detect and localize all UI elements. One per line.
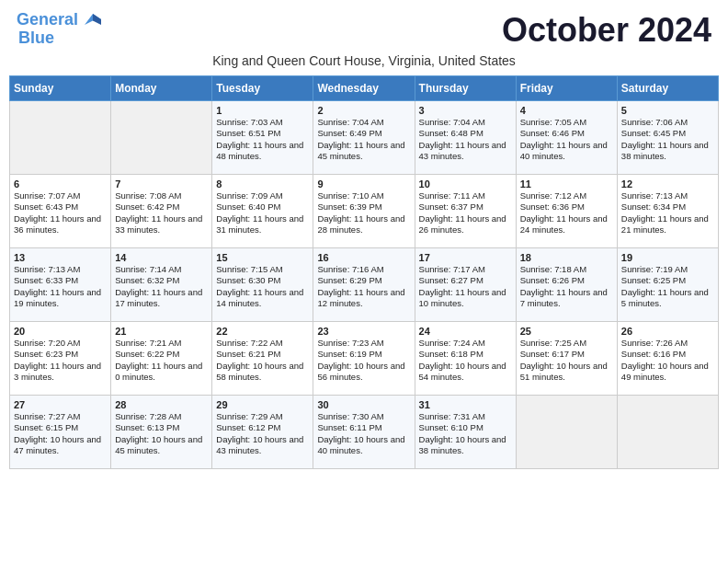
- calendar-cell: 22Sunrise: 7:22 AMSunset: 6:21 PMDayligh…: [212, 322, 313, 396]
- calendar-cell: 25Sunrise: 7:25 AMSunset: 6:17 PMDayligh…: [516, 322, 617, 396]
- day-number: 6: [14, 178, 107, 190]
- calendar-wrapper: SundayMondayTuesdayWednesdayThursdayFrid…: [0, 75, 728, 478]
- cell-text: Sunset: 6:18 PM: [419, 349, 512, 360]
- subtitle: King and Queen Court House, Virginia, Un…: [0, 53, 728, 75]
- day-number: 27: [14, 399, 107, 410]
- day-header-sunday: Sunday: [10, 76, 111, 101]
- cell-text: Sunrise: 7:25 AM: [520, 338, 613, 349]
- day-number: 17: [419, 252, 512, 263]
- page-header: General Blue October 2024: [0, 0, 728, 53]
- cell-text: Sunrise: 7:11 AM: [419, 190, 512, 201]
- day-number: 22: [216, 326, 309, 337]
- cell-text: Sunset: 6:39 PM: [317, 201, 410, 213]
- cell-text: Daylight: 11 hours and 31 minutes.: [216, 213, 309, 236]
- cell-text: Sunrise: 7:04 AM: [419, 117, 512, 128]
- week-row-3: 20Sunrise: 7:20 AMSunset: 6:23 PMDayligh…: [10, 322, 719, 396]
- calendar-cell: 26Sunrise: 7:26 AMSunset: 6:16 PMDayligh…: [617, 322, 718, 396]
- cell-text: Sunset: 6:36 PM: [520, 201, 613, 213]
- cell-text: Sunrise: 7:10 AM: [317, 190, 410, 201]
- cell-text: Daylight: 11 hours and 38 minutes.: [621, 140, 714, 163]
- day-number: 31: [419, 399, 512, 410]
- calendar-cell: 17Sunrise: 7:17 AMSunset: 6:27 PMDayligh…: [415, 248, 516, 322]
- cell-text: Sunset: 6:17 PM: [520, 349, 613, 360]
- calendar-cell: 14Sunrise: 7:14 AMSunset: 6:32 PMDayligh…: [111, 248, 212, 322]
- calendar-cell: [516, 396, 617, 469]
- cell-text: Sunrise: 7:15 AM: [216, 264, 309, 275]
- calendar-cell: 27Sunrise: 7:27 AMSunset: 6:15 PMDayligh…: [10, 396, 111, 469]
- calendar-cell: 19Sunrise: 7:19 AMSunset: 6:25 PMDayligh…: [617, 248, 718, 322]
- cell-text: Daylight: 10 hours and 51 minutes.: [520, 361, 613, 384]
- cell-text: Sunrise: 7:19 AM: [621, 264, 714, 275]
- calendar-cell: 5Sunrise: 7:06 AMSunset: 6:45 PMDaylight…: [617, 101, 718, 175]
- cell-text: Daylight: 11 hours and 3 minutes.: [14, 361, 107, 384]
- svg-marker-1: [93, 14, 101, 25]
- calendar-cell: 9Sunrise: 7:10 AMSunset: 6:39 PMDaylight…: [313, 175, 415, 248]
- calendar-cell: 20Sunrise: 7:20 AMSunset: 6:23 PMDayligh…: [10, 322, 111, 396]
- cell-text: Daylight: 11 hours and 43 minutes.: [419, 140, 512, 163]
- day-number: 18: [520, 252, 613, 263]
- cell-text: Daylight: 11 hours and 28 minutes.: [317, 213, 410, 236]
- day-header-monday: Monday: [111, 76, 212, 101]
- cell-text: Sunrise: 7:29 AM: [216, 411, 309, 422]
- calendar-cell: 28Sunrise: 7:28 AMSunset: 6:13 PMDayligh…: [111, 396, 212, 469]
- day-header-wednesday: Wednesday: [313, 76, 415, 101]
- calendar-cell: 31Sunrise: 7:31 AMSunset: 6:10 PMDayligh…: [415, 396, 516, 469]
- cell-text: Sunset: 6:43 PM: [14, 201, 107, 213]
- cell-text: Sunrise: 7:28 AM: [115, 411, 208, 422]
- cell-text: Sunset: 6:48 PM: [419, 128, 512, 139]
- cell-text: Daylight: 11 hours and 17 minutes.: [115, 287, 208, 310]
- cell-text: Daylight: 10 hours and 54 minutes.: [419, 361, 512, 384]
- cell-text: Sunset: 6:45 PM: [621, 128, 714, 139]
- logo: General Blue: [17, 11, 101, 48]
- cell-text: Daylight: 11 hours and 40 minutes.: [520, 140, 613, 163]
- calendar-cell: 21Sunrise: 7:21 AMSunset: 6:22 PMDayligh…: [111, 322, 212, 396]
- cell-text: Sunset: 6:26 PM: [520, 275, 613, 286]
- cell-text: Sunset: 6:29 PM: [317, 275, 410, 286]
- cell-text: Daylight: 10 hours and 45 minutes.: [115, 434, 208, 457]
- cell-text: Sunrise: 7:16 AM: [317, 264, 410, 275]
- cell-text: Daylight: 11 hours and 12 minutes.: [317, 287, 410, 310]
- cell-text: Daylight: 11 hours and 5 minutes.: [621, 287, 714, 310]
- cell-text: Sunset: 6:13 PM: [115, 422, 208, 433]
- day-header-friday: Friday: [516, 76, 617, 101]
- cell-text: Daylight: 10 hours and 40 minutes.: [317, 434, 410, 457]
- title-block: October 2024: [502, 11, 711, 50]
- calendar-cell: 12Sunrise: 7:13 AMSunset: 6:34 PMDayligh…: [617, 175, 718, 248]
- cell-text: Sunset: 6:19 PM: [317, 349, 410, 360]
- logo-bird-icon: [85, 14, 101, 25]
- cell-text: Sunrise: 7:22 AM: [216, 338, 309, 349]
- day-number: 9: [317, 178, 410, 190]
- cell-text: Daylight: 11 hours and 48 minutes.: [216, 140, 309, 163]
- calendar-cell: 15Sunrise: 7:15 AMSunset: 6:30 PMDayligh…: [212, 248, 313, 322]
- cell-text: Sunset: 6:23 PM: [14, 349, 107, 360]
- calendar-cell: 4Sunrise: 7:05 AMSunset: 6:46 PMDaylight…: [516, 101, 617, 175]
- cell-text: Sunrise: 7:04 AM: [317, 117, 410, 128]
- day-number: 7: [115, 178, 208, 190]
- cell-text: Sunrise: 7:05 AM: [520, 117, 613, 128]
- calendar-cell: 23Sunrise: 7:23 AMSunset: 6:19 PMDayligh…: [313, 322, 415, 396]
- cell-text: Sunset: 6:37 PM: [419, 201, 512, 213]
- cell-text: Sunset: 6:21 PM: [216, 349, 309, 360]
- cell-text: Sunset: 6:51 PM: [216, 128, 309, 139]
- calendar-cell: 24Sunrise: 7:24 AMSunset: 6:18 PMDayligh…: [415, 322, 516, 396]
- cell-text: Sunset: 6:40 PM: [216, 201, 309, 213]
- day-number: 4: [520, 105, 613, 116]
- day-number: 5: [621, 105, 714, 116]
- calendar-cell: 16Sunrise: 7:16 AMSunset: 6:29 PMDayligh…: [313, 248, 415, 322]
- day-number: 14: [115, 252, 208, 263]
- cell-text: Sunrise: 7:31 AM: [419, 411, 512, 422]
- week-row-1: 6Sunrise: 7:07 AMSunset: 6:43 PMDaylight…: [10, 175, 719, 248]
- logo-blue: Blue: [18, 29, 54, 48]
- cell-text: Sunrise: 7:24 AM: [419, 338, 512, 349]
- calendar-cell: 29Sunrise: 7:29 AMSunset: 6:12 PMDayligh…: [212, 396, 313, 469]
- day-number: 15: [216, 252, 309, 263]
- cell-text: Sunrise: 7:18 AM: [520, 264, 613, 275]
- cell-text: Sunrise: 7:08 AM: [115, 190, 208, 201]
- day-header-tuesday: Tuesday: [212, 76, 313, 101]
- cell-text: Sunrise: 7:14 AM: [115, 264, 208, 275]
- day-number: 28: [115, 399, 208, 410]
- day-number: 25: [520, 326, 613, 337]
- cell-text: Daylight: 11 hours and 26 minutes.: [419, 213, 512, 236]
- cell-text: Sunrise: 7:07 AM: [14, 190, 107, 201]
- cell-text: Daylight: 10 hours and 58 minutes.: [216, 361, 309, 384]
